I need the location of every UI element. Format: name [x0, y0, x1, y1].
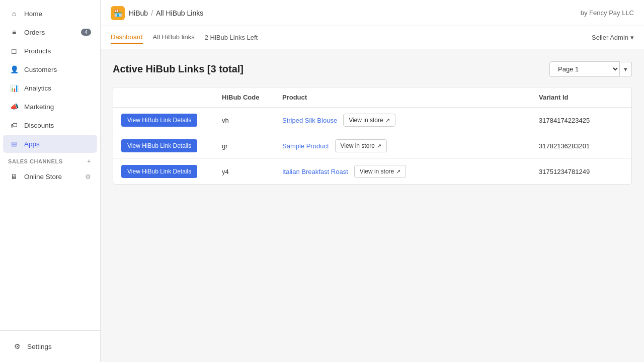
subnav-info: 2 HiBub Links Left — [205, 34, 258, 41]
external-link-icon: ↗ — [385, 117, 390, 124]
sidebar-item-label: Orders — [24, 29, 76, 36]
col-header-product: Product — [274, 87, 531, 108]
table-header-row: HiBub Code Product Variant Id — [113, 87, 631, 108]
product-link[interactable]: Sample Product — [282, 142, 329, 150]
sidebar-item-home[interactable]: ⌂ Home — [3, 5, 97, 23]
settings-icon: ⚙ — [12, 341, 22, 351]
links-table-container: HiBub Code Product Variant Id View HiBub… — [113, 87, 632, 185]
sidebar: ⌂ Home ≡ Orders 4 ◻ Products 👤 Customers… — [0, 0, 101, 362]
sidebar-nav: ⌂ Home ≡ Orders 4 ◻ Products 👤 Customers… — [0, 0, 100, 330]
marketing-icon: 📣 — [9, 102, 19, 112]
main-area: 🏪 HiBub / All HiBub Links by Fency Pay L… — [101, 0, 644, 362]
table-row: View HiBub Link Details gr Sample Produc… — [113, 133, 631, 159]
customers-icon: 👤 — [9, 64, 19, 74]
variant-id: 31782136283201 — [539, 142, 590, 150]
orders-icon: ≡ — [9, 27, 19, 37]
table-cell-product: Sample Product View in store ↗ — [274, 133, 531, 159]
store-icon: 🖥 — [9, 171, 19, 182]
col-header-code: HiBub Code — [214, 87, 274, 108]
col-header-action — [113, 87, 214, 108]
hibub-code: vh — [222, 117, 229, 124]
table-cell-action: View HiBub Link Details — [113, 159, 214, 185]
topbar-left: 🏪 HiBub / All HiBub Links — [111, 6, 203, 20]
sidebar-item-apps[interactable]: ⊞ Apps — [3, 135, 97, 153]
home-icon: ⌂ — [9, 9, 19, 19]
topbar-right: by Fency Pay LLC — [581, 9, 634, 17]
sidebar-item-online-store[interactable]: 🖥 Online Store ⚙ — [3, 167, 97, 186]
breadcrumb-sep: / — [151, 9, 153, 17]
view-hibub-link-button[interactable]: View HiBub Link Details — [121, 165, 197, 178]
product-link[interactable]: Striped Silk Blouse — [282, 117, 337, 124]
online-store-settings-icon[interactable]: ⚙ — [85, 173, 91, 180]
add-sales-channel-icon[interactable]: ＋ — [86, 157, 92, 165]
sidebar-item-label: Home — [24, 10, 91, 18]
breadcrumb: HiBub / All HiBub Links — [129, 9, 203, 17]
seller-admin-chevron: ▾ — [630, 34, 634, 41]
table-row: View HiBub Link Details vh Striped Silk … — [113, 108, 631, 133]
tab-dashboard[interactable]: Dashboard — [111, 31, 143, 44]
apps-icon: ⊞ — [9, 139, 19, 149]
table-cell-code: y4 — [214, 159, 274, 185]
page-select-chevron-button[interactable]: ▾ — [620, 62, 632, 76]
sidebar-item-label: Analytics — [24, 84, 91, 92]
sidebar-footer: ⚙ Settings — [0, 330, 100, 362]
table-cell-variant: 31751234781249 — [531, 159, 631, 185]
view-hibub-link-button[interactable]: View HiBub Link Details — [121, 114, 197, 127]
product-cell: Sample Product View in store ↗ — [282, 139, 523, 152]
sidebar-item-discounts[interactable]: 🏷 Discounts — [3, 116, 97, 134]
table-header: HiBub Code Product Variant Id — [113, 87, 631, 108]
variant-id: 31751234781249 — [539, 168, 590, 175]
sidebar-item-label: Customers — [24, 66, 91, 73]
table-cell-action: View HiBub Link Details — [113, 108, 214, 133]
page-select-dropdown[interactable]: Page 1 Page 2 — [549, 61, 620, 77]
content-area: Active HiBub Links [3 total] Page 1 Page… — [101, 49, 644, 362]
sidebar-item-orders[interactable]: ≡ Orders 4 — [3, 23, 97, 41]
page-selector: Page 1 Page 2 ▾ — [549, 61, 632, 77]
view-in-store-button[interactable]: View in store ↗ — [343, 114, 395, 127]
table-cell-product: Striped Silk Blouse View in store ↗ — [274, 108, 531, 133]
tab-all-links[interactable]: All HiBub links — [153, 31, 195, 44]
sidebar-item-label: Products — [24, 47, 91, 55]
subnav-left: Dashboard All HiBub links 2 HiBub Links … — [111, 31, 258, 44]
sales-channels-label: SALES CHANNELS — [8, 158, 63, 164]
sidebar-item-label: Online Store — [24, 173, 80, 180]
sales-channels-section: SALES CHANNELS ＋ — [0, 153, 100, 167]
sidebar-item-label: Discounts — [24, 122, 91, 129]
table-cell-code: vh — [214, 108, 274, 133]
table-cell-code: gr — [214, 133, 274, 159]
sidebar-item-label: Marketing — [24, 103, 91, 111]
product-cell: Italian Breakfast Roast View in store ↗ — [282, 165, 523, 178]
sidebar-item-settings[interactable]: ⚙ Settings — [6, 337, 94, 355]
hibub-code: y4 — [222, 168, 229, 175]
breadcrumb-current: All HiBub Links — [156, 9, 203, 17]
content-header: Active HiBub Links [3 total] Page 1 Page… — [113, 61, 632, 77]
product-link[interactable]: Italian Breakfast Roast — [282, 168, 348, 175]
seller-admin-button[interactable]: Seller Admin ▾ — [592, 34, 634, 41]
app-logo: 🏪 — [111, 6, 125, 20]
sidebar-item-marketing[interactable]: 📣 Marketing — [3, 98, 97, 116]
view-in-store-button[interactable]: View in store ↗ — [335, 139, 387, 152]
view-hibub-link-button[interactable]: View HiBub Link Details — [121, 139, 197, 152]
table-cell-variant: 31782136283201 — [531, 133, 631, 159]
products-icon: ◻ — [9, 46, 19, 56]
table-cell-product: Italian Breakfast Roast View in store ↗ — [274, 159, 531, 185]
sidebar-item-products[interactable]: ◻ Products — [3, 42, 97, 60]
discounts-icon: 🏷 — [9, 120, 19, 130]
external-link-icon: ↗ — [396, 168, 400, 175]
analytics-icon: 📊 — [9, 83, 19, 93]
page-title: Active HiBub Links [3 total] — [113, 63, 244, 75]
variant-id: 31784174223425 — [539, 117, 590, 124]
powered-by-text: by Fency Pay LLC — [581, 9, 634, 17]
view-in-store-button[interactable]: View in store ↗ — [354, 165, 406, 178]
product-cell: Striped Silk Blouse View in store ↗ — [282, 114, 523, 127]
sidebar-item-analytics[interactable]: 📊 Analytics — [3, 79, 97, 97]
col-header-variant: Variant Id — [531, 87, 631, 108]
subnav: Dashboard All HiBub links 2 HiBub Links … — [101, 26, 644, 49]
table-row: View HiBub Link Details y4 Italian Break… — [113, 159, 631, 185]
table-cell-variant: 31784174223425 — [531, 108, 631, 133]
breadcrumb-parent[interactable]: HiBub — [129, 9, 148, 17]
sidebar-item-customers[interactable]: 👤 Customers — [3, 60, 97, 78]
topbar: 🏪 HiBub / All HiBub Links by Fency Pay L… — [101, 0, 644, 26]
seller-admin-label: Seller Admin — [592, 34, 628, 41]
sidebar-item-label: Apps — [24, 140, 91, 148]
